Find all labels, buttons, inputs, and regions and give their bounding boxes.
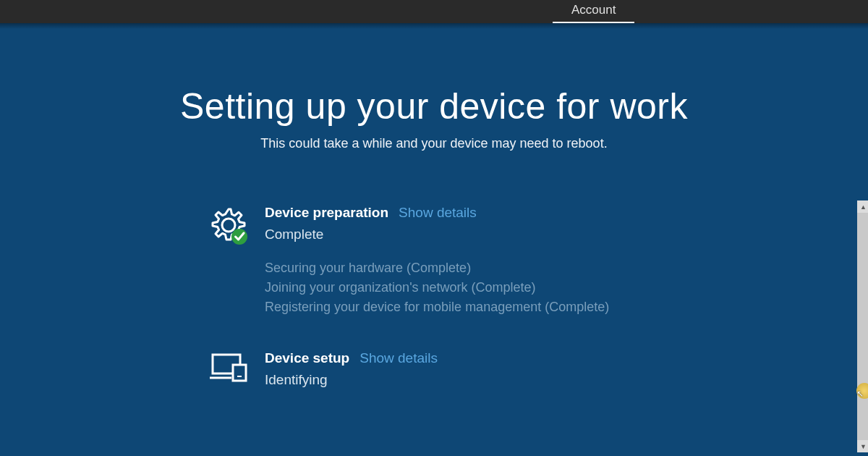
svg-point-0 xyxy=(222,219,235,232)
scrollbar[interactable]: ▲ ▼ xyxy=(857,200,868,452)
scroll-down-arrow[interactable]: ▼ xyxy=(857,440,868,452)
svg-rect-5 xyxy=(237,376,242,377)
substep: Joining your organization's network (Com… xyxy=(265,278,658,297)
scroll-up-arrow[interactable]: ▲ xyxy=(857,200,868,213)
main-content: Setting up your device for work This cou… xyxy=(0,29,868,388)
section-title: Device preparation xyxy=(265,205,388,221)
tab-account[interactable]: Account xyxy=(553,0,634,23)
substep: Securing your hardware (Complete) xyxy=(265,258,658,278)
section-title: Device setup xyxy=(265,350,349,366)
cursor-icon: ↖ xyxy=(856,389,864,399)
show-details-link[interactable]: Show details xyxy=(399,205,477,221)
page-title: Setting up your device for work xyxy=(0,85,868,127)
header-shadow xyxy=(0,23,868,29)
section-status: Complete xyxy=(265,227,658,242)
svg-rect-4 xyxy=(233,365,246,381)
section-substeps: Securing your hardware (Complete) Joinin… xyxy=(265,258,658,317)
section-device-setup: Device setup Show details Identifying xyxy=(210,350,658,388)
setup-steps: Device preparation Show details Complete… xyxy=(210,205,658,388)
top-bar: Account xyxy=(0,0,868,23)
section-device-preparation: Device preparation Show details Complete… xyxy=(210,205,658,317)
substep: Registering your device for mobile manag… xyxy=(265,297,658,317)
section-status: Identifying xyxy=(265,372,658,388)
devices-icon xyxy=(210,350,250,388)
page-subtitle: This could take a while and your device … xyxy=(0,136,868,151)
show-details-link[interactable]: Show details xyxy=(359,350,438,366)
gear-check-icon xyxy=(210,205,250,317)
